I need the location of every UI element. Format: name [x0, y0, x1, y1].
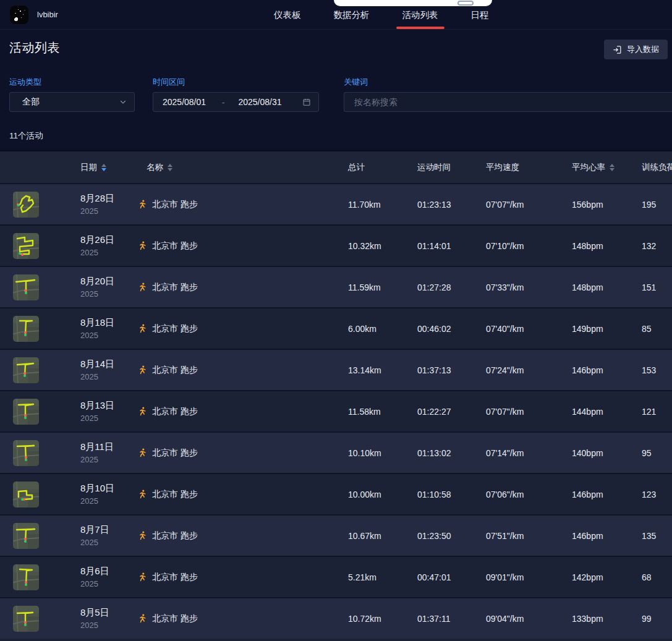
distance-cell: 13.14km [348, 365, 417, 375]
heart-rate-cell: 140bpm [572, 448, 642, 458]
distance-cell: 10.72km [348, 614, 417, 624]
route-map-thumbnail[interactable] [0, 482, 80, 507]
route-map-thumbnail[interactable] [0, 440, 80, 466]
route-map-thumbnail[interactable] [0, 564, 80, 590]
activity-name-cell[interactable]: 北京市 跑步 [137, 199, 348, 210]
col-heart-rate-header[interactable]: 平均心率 [572, 162, 642, 173]
pace-cell: 07'40"/km [486, 324, 572, 334]
route-map-thumbnail[interactable] [0, 399, 80, 425]
heart-rate-cell: 142bpm [572, 572, 642, 582]
pace-cell: 07'07"/km [486, 407, 572, 417]
route-map-thumbnail[interactable] [0, 606, 80, 632]
distance-cell: 11.70km [348, 200, 417, 210]
col-date-header[interactable]: 日期 [80, 162, 137, 173]
activity-row[interactable]: 8月7日 2025 北京市 跑步 10.67km 01:23:50 07'51"… [0, 514, 672, 556]
nav-tab-inactive[interactable]: 仪表板 [274, 0, 301, 30]
pace-cell: 07'14"/km [486, 448, 572, 458]
activity-name-cell[interactable]: 北京市 跑步 [137, 448, 348, 459]
sort-icon-date[interactable] [101, 164, 106, 171]
import-data-button[interactable]: 导入数据 [604, 40, 668, 59]
activity-date-cell: 8月10日 2025 [80, 483, 137, 506]
route-map-thumbnail[interactable] [0, 357, 80, 383]
col-training-load-header: 训练负荷 [642, 162, 672, 173]
activity-name-cell[interactable]: 北京市 跑步 [137, 530, 348, 541]
activity-date-cell: 8月6日 2025 [80, 566, 137, 588]
training-load-cell: 135 [642, 531, 672, 541]
training-load-cell: 68 [642, 572, 672, 582]
activity-row[interactable]: 8月14日 2025 北京市 跑步 13.14km 01:37:13 07'24… [0, 349, 672, 390]
route-map-thumbnail[interactable] [0, 316, 80, 342]
import-button-label: 导入数据 [627, 44, 659, 55]
runner-icon [137, 240, 147, 251]
date-range-picker[interactable]: 2025/08/01 - 2025/08/31 [153, 92, 319, 112]
route-map-thumbnail[interactable] [0, 523, 80, 549]
app-logo[interactable] [10, 6, 28, 24]
activity-row[interactable]: 8月6日 2025 北京市 跑步 5.21km 00:47:01 09'01"/… [0, 556, 672, 597]
date-range-start[interactable]: 2025/08/01 [163, 97, 206, 107]
activity-name-cell[interactable]: 北京市 跑步 [137, 323, 348, 334]
activity-name: 北京市 跑步 [152, 240, 198, 252]
training-load-cell: 95 [642, 448, 672, 458]
activity-row[interactable]: 8月26日 2025 北京市 跑步 10.32km 01:14:01 07'10… [0, 224, 672, 266]
chevron-down-icon [119, 98, 127, 106]
heart-rate-cell: 148bpm [572, 282, 642, 292]
runner-icon [137, 530, 147, 541]
col-pace-header: 平均速度 [486, 162, 572, 173]
route-map-thumbnail[interactable] [0, 233, 80, 259]
duration-cell: 01:13:02 [417, 448, 486, 458]
date-range-end[interactable]: 2025/08/31 [238, 97, 281, 107]
username-label: lvbibir [37, 10, 58, 19]
activity-date-cell: 8月26日 2025 [80, 234, 137, 257]
pace-cell: 07'06"/km [486, 490, 572, 499]
runner-icon [137, 448, 147, 458]
activity-row[interactable]: 8月11日 2025 北京市 跑步 10.10km 01:13:02 07'14… [0, 431, 672, 473]
activity-row[interactable]: 8月10日 2025 北京市 跑步 10.00km 01:10:58 07'06… [0, 473, 672, 514]
activity-name: 北京市 跑步 [152, 199, 198, 210]
sort-icon-name[interactable] [168, 164, 172, 171]
heart-rate-cell: 148bpm [572, 241, 642, 251]
keyword-search-input[interactable] [344, 93, 672, 111]
route-map-thumbnail[interactable] [0, 274, 80, 300]
heart-rate-cell: 149bpm [572, 324, 642, 334]
activity-row[interactable]: 8月18日 2025 北京市 跑步 6.00km 00:46:02 07'40"… [0, 307, 672, 349]
activity-name-cell[interactable]: 北京市 跑步 [137, 365, 348, 376]
activity-name-cell[interactable]: 北京市 跑步 [137, 489, 348, 500]
training-load-cell: 195 [642, 200, 672, 210]
runner-icon [137, 406, 147, 417]
activity-row[interactable]: 8月28日 2025 北京市 跑步 11.70km 01:23:13 07'07… [0, 183, 672, 224]
sort-icon-heart-rate[interactable] [610, 164, 615, 171]
runner-icon [137, 572, 147, 582]
activity-date-cell: 8月7日 2025 [80, 524, 137, 547]
date-range-separator: - [222, 98, 224, 107]
distance-cell: 11.58km [348, 407, 417, 417]
activity-name-cell[interactable]: 北京市 跑步 [137, 613, 348, 624]
duration-cell: 01:14:01 [417, 241, 486, 251]
activity-name-cell[interactable]: 北京市 跑步 [137, 282, 348, 293]
runner-icon [137, 489, 147, 499]
runner-icon [137, 323, 147, 334]
activity-row[interactable]: 8月5日 2025 北京市 跑步 10.72km 01:37:11 09'04"… [0, 597, 672, 639]
runner-icon [137, 365, 147, 375]
route-map-thumbnail[interactable] [0, 192, 80, 218]
pace-cell: 07'10"/km [486, 241, 572, 251]
activity-name-cell[interactable]: 北京市 跑步 [137, 572, 348, 583]
col-name-header[interactable]: 名称 [137, 162, 348, 173]
training-load-cell: 151 [642, 282, 672, 292]
activity-name-cell[interactable]: 北京市 跑步 [137, 406, 348, 417]
activity-row[interactable]: 8月20日 2025 北京市 跑步 11.59km 01:27:28 07'33… [0, 266, 672, 307]
activity-date-cell: 8月14日 2025 [80, 359, 137, 381]
activities-table: 日期 名称 总计 运动时间 平均速度 平均心率 训练负荷 8月28日 2025 [0, 150, 672, 641]
activity-date-cell: 8月5日 2025 [80, 607, 137, 630]
runner-icon [137, 613, 147, 624]
training-load-cell: 153 [642, 365, 672, 375]
duration-cell: 00:47:01 [417, 572, 486, 582]
activity-name-cell[interactable]: 北京市 跑步 [137, 240, 348, 252]
activity-date-cell: 8月11日 2025 [80, 441, 137, 464]
distance-cell: 10.00km [348, 490, 417, 499]
calendar-icon [302, 98, 311, 106]
table-header-row: 日期 名称 总计 运动时间 平均速度 平均心率 训练负荷 [0, 151, 672, 183]
sport-type-select[interactable]: 全部 [9, 92, 135, 112]
training-load-cell: 132 [642, 241, 672, 251]
activity-row[interactable]: 8月13日 2025 北京市 跑步 11.58km 01:22:27 07'07… [0, 390, 672, 431]
activity-name: 北京市 跑步 [152, 365, 198, 376]
